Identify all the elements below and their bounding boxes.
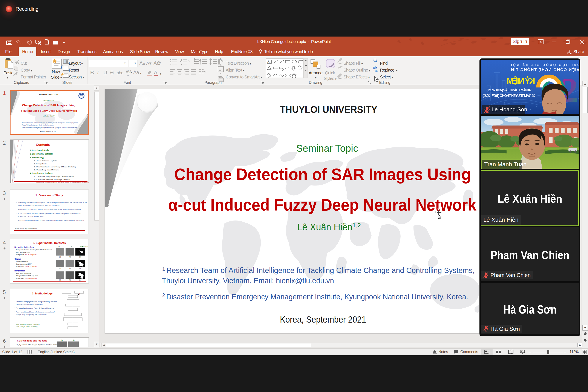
svg-text:20 NĂM THÀNH LẬP (2001 - 2021): 20 NĂM THÀNH LẬP (2001 - 2021) bbox=[486, 88, 532, 92]
svg-text:(d): (d) bbox=[59, 268, 61, 269]
svg-text:Transform: Mean ratio and log: Transform: Mean ratio and log ratio bbox=[16, 303, 42, 305]
svg-text:↳ac: ↳ac bbox=[372, 69, 378, 72]
svg-text:α-cut Induced Fuzzy Deep Neura: α-cut Induced Fuzzy Deep Neural Network bbox=[21, 109, 77, 112]
svg-text:2. Experimental Datasets: 2. Experimental Datasets bbox=[33, 241, 66, 244]
svg-text:3. Methodology: 3. Methodology bbox=[30, 156, 44, 158]
svg-text:3.1 Mean Ratio and Log Ratio: 3.1 Mean Ratio and Log Ratio bbox=[34, 160, 57, 162]
svg-text:(c): (c) bbox=[79, 256, 81, 258]
svg-text:3.4 Fuzzy Deep Neural Network: 3.4 Fuzzy Deep Neural Network bbox=[34, 169, 59, 171]
svg-text:FCM: Fuzzy C Means Clustering: FCM: Fuzzy C Means Clustering bbox=[16, 326, 38, 328]
svg-text:X₁: X₁ bbox=[61, 339, 63, 341]
svg-text:THUYLOI UNIVERSITY: THUYLOI UNIVERSITY bbox=[39, 93, 60, 96]
svg-text:4.2 Qualitative Measures for C: 4.2 Qualitative Measures for Change Dete… bbox=[34, 178, 70, 180]
svg-text:²Disaster Prevention Emergency: ²Disaster Prevention Emergency Managemen… bbox=[22, 127, 77, 128]
svg-text:Contents: Contents bbox=[36, 143, 50, 146]
svg-text:(f): (f) bbox=[79, 268, 80, 269]
svg-text:(e): (e) bbox=[69, 268, 71, 269]
svg-text:2. Experimental Datasets: 2. Experimental Datasets bbox=[30, 153, 53, 155]
svg-text:3.2 Image Fusion: 3.2 Image Fusion bbox=[34, 163, 48, 165]
svg-text:European Remote Sensing 2 sate: European Remote Sensing 2 satellite SAR … bbox=[16, 249, 52, 251]
svg-text:April and May 1999: April and May 1999 bbox=[16, 251, 30, 253]
svg-text:Image size: 256 × 256 pixels: Image size: 256 × 256 pixels bbox=[16, 277, 37, 279]
svg-text:July and August 1997: July and August 1997 bbox=[16, 263, 32, 265]
svg-text:A: A bbox=[268, 60, 269, 64]
svg-text:(a): (a) bbox=[59, 256, 61, 258]
svg-text:α-cut induced fuzzification is: α-cut induced fuzzification is employed … bbox=[18, 212, 81, 214]
svg-text:Korea, September 2021: Korea, September 2021 bbox=[40, 130, 58, 132]
svg-text:¹Research Team of Artificial I: ¹Research Team of Artificial Intelligenc… bbox=[22, 122, 78, 124]
svg-text:Bangladesh: Bangladesh bbox=[14, 270, 25, 272]
svg-text:KỶ NIỆM: KỶ NIỆM bbox=[507, 76, 535, 86]
svg-text:Reference: Reference bbox=[80, 246, 88, 248]
svg-text:Tran Manh Tuan: Tran Manh Tuan bbox=[484, 161, 526, 168]
svg-text:(g): (g) bbox=[59, 279, 61, 281]
svg-text:X₁, X₂ are two SAR images (Syn: X₁, X₂ are two SAR images (Synthetic Ape… bbox=[16, 344, 58, 346]
svg-text:Difference image generation us: Difference image generation using Statio… bbox=[16, 301, 57, 302]
svg-text:A: A bbox=[220, 58, 222, 61]
svg-text:ESA Envisat satellite: ESA Envisat satellite bbox=[16, 272, 31, 274]
svg-text:3.3 Pre-Classification using F: 3.3 Pre-Classification using Fuzzy C Mea… bbox=[34, 166, 76, 168]
svg-text:3.1 Mean ratio and log ratio: 3.1 Mean ratio and log ratio bbox=[16, 339, 47, 342]
svg-text:Change Detection of SAR Images: Change Detection of SAR Images Using bbox=[22, 104, 76, 107]
svg-text:Radarsat sensor: Radarsat sensor bbox=[16, 261, 28, 262]
svg-text:4.1 Qualitative Analysis of Ch: 4.1 Qualitative Analysis of Change Detec… bbox=[34, 176, 74, 178]
svg-text:Seminar Topic: Seminar Topic bbox=[44, 99, 54, 101]
svg-text:Seminar paper: α-cut Induced F: Seminar paper: α-cut Induced Fuzzy Deep … bbox=[36, 182, 88, 183]
svg-text:Put forward a novel α-cut indu: Put forward a novel α-cut induced fuzzif… bbox=[18, 208, 82, 210]
svg-text:1. Overview of Study: 1. Overview of Study bbox=[30, 149, 49, 151]
svg-text:12 April 2007 and 26 July 2007: 12 April 2007 and 26 July 2007 bbox=[16, 275, 38, 277]
svg-text:(i): (i) bbox=[79, 279, 80, 281]
svg-text:(h): (h) bbox=[69, 279, 71, 281]
svg-text:Image size: 301 × 301 pixels: Image size: 301 × 301 pixels bbox=[16, 254, 37, 256]
svg-text:1. Overview of Study: 1. Overview of Study bbox=[36, 194, 63, 197]
svg-text:X₁: X₁ bbox=[58, 246, 60, 248]
svg-text:Ottawa: Ottawa bbox=[14, 258, 21, 260]
svg-text:(b): (b) bbox=[69, 256, 71, 258]
svg-text:X₂: X₂ bbox=[71, 246, 73, 248]
svg-text:X₂: X₂ bbox=[73, 339, 74, 341]
svg-text:Image size: 290 × 350 pixels: Image size: 290 × 350 pixels bbox=[16, 266, 37, 267]
svg-text:reduce the effect of speckle n: reduce the effect of speckle noise. bbox=[18, 215, 44, 217]
svg-text:A: A bbox=[154, 70, 157, 76]
svg-text:Lê Xuân Hiền¹,²: Lê Xuân Hiền¹,² bbox=[43, 115, 55, 117]
svg-text:trend of changes thanks to its: trend of changes thanks to its shift inv… bbox=[18, 204, 60, 206]
svg-text:Fuzzy α-cut based feature fusi: Fuzzy α-cut based feature fusion and gen… bbox=[16, 311, 55, 313]
svg-text:4. Experimental Analyses: 4. Experimental Analyses bbox=[30, 172, 53, 174]
svg-text:Pre-classification using Fuzzy: Pre-classification using Fuzzy C Means C… bbox=[16, 307, 54, 309]
svg-text:Stationary Wavelet Transform (: Stationary Wavelet Transform (SWT) based… bbox=[18, 202, 87, 204]
svg-text:SWT: Stationary Wavelet Transf: SWT: Stationary Wavelet Transform bbox=[16, 324, 40, 326]
svg-text:Le Hoang Son: Le Hoang Son bbox=[492, 106, 527, 112]
svg-text:Bern city, Switzerland: Bern city, Switzerland bbox=[14, 246, 34, 248]
svg-text:▾: ▾ bbox=[160, 72, 162, 76]
svg-text:change map using Deep Neural N: change map using Deep Neural Network bbox=[16, 314, 47, 316]
svg-text:FDNN: Fuzzy Deep Neural Networ: FDNN: Fuzzy Deep Neural Network bbox=[15, 228, 38, 230]
svg-text:3. Methodology: 3. Methodology bbox=[32, 292, 53, 295]
svg-text:24 NĂM TRUYỀN THỐNG (1997 - 20: 24 NĂM TRUYỀN THỐNG (1997 - 2021) bbox=[482, 94, 535, 98]
svg-text:Thuyloi University, Vietnam. E: Thuyloi University, Vietnam. Email: hien… bbox=[22, 124, 54, 126]
svg-text:Reformulate FDNN in order to l: Reformulate FDNN in order to learn spati… bbox=[18, 220, 84, 221]
